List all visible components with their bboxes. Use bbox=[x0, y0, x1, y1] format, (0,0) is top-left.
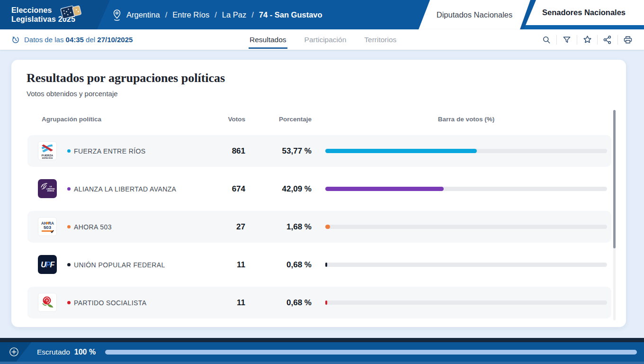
tab-senadores-nacionales[interactable]: Senadores Nacionales bbox=[524, 0, 644, 25]
divider bbox=[617, 35, 618, 45]
column-votos: Votos bbox=[198, 116, 245, 123]
column-agrupacion: Agrupación política bbox=[42, 116, 101, 123]
share-icon[interactable] bbox=[602, 34, 613, 46]
svg-text:503: 503 bbox=[44, 225, 51, 230]
party-name: AHORA 503 bbox=[74, 223, 112, 231]
party-logo: FUERZA ENTRE RÍOS bbox=[38, 141, 57, 160]
card-scrollbar-track[interactable] bbox=[613, 110, 616, 320]
party-logo bbox=[38, 293, 57, 312]
ballot-graphic-icon bbox=[58, 2, 85, 24]
divider bbox=[597, 35, 598, 45]
breadcrumb-separator: / bbox=[165, 10, 168, 19]
table-header: Agrupación política Votos Porcentaje Bar… bbox=[27, 116, 611, 125]
party-votes: 27 bbox=[198, 222, 245, 232]
party-color-bullet bbox=[67, 263, 71, 266]
results-rows: FUERZA ENTRE RÍOS FUERZA ENTRE RÍOS 861 … bbox=[27, 135, 611, 325]
vote-bar-fill bbox=[325, 300, 327, 305]
party-logo: LA LIBERTAD AVANZA bbox=[38, 179, 57, 198]
tab-resultados[interactable]: Resultados bbox=[250, 29, 286, 50]
data-time: 04:35 bbox=[66, 36, 84, 44]
vote-bar-fill bbox=[325, 225, 330, 229]
column-porcentaje: Porcentaje bbox=[255, 116, 312, 123]
escrutado-percent: 100 % bbox=[74, 348, 96, 356]
divider bbox=[577, 35, 577, 45]
tab-diputados-nacionales[interactable]: Diputados Nacionales bbox=[419, 0, 530, 29]
party-votes: 11 bbox=[198, 260, 245, 270]
view-tabs: Resultados Participación Territorios bbox=[250, 29, 396, 50]
party-color-bullet bbox=[67, 149, 71, 153]
header: Elecciones Legislativas 2025 bbox=[0, 0, 644, 29]
clock-refresh-icon bbox=[11, 36, 20, 44]
election-results-page: Elecciones Legislativas 2025 bbox=[0, 0, 644, 364]
vote-bar-fill bbox=[325, 187, 444, 191]
vote-bar-track bbox=[325, 149, 607, 153]
escrutado-label: Escrutado 100 % bbox=[37, 342, 96, 362]
svg-text:AVANZA: AVANZA bbox=[47, 190, 54, 192]
results-title: Resultados por agrupaciones políticas bbox=[27, 71, 225, 85]
footer-bottom-strip bbox=[0, 362, 644, 364]
party-votes: 11 bbox=[198, 298, 245, 308]
tab-territorios[interactable]: Territorios bbox=[364, 29, 396, 50]
party-name: UNIÓN POPULAR FEDERAL bbox=[74, 261, 165, 269]
print-icon[interactable] bbox=[622, 34, 634, 46]
breadcrumb-separator: / bbox=[251, 10, 254, 19]
data-timestamp: Datos de las 04:35 del 27/10/2025 bbox=[11, 29, 133, 50]
card-scrollbar-thumb[interactable] bbox=[613, 110, 616, 248]
expand-plus-icon[interactable] bbox=[9, 346, 19, 357]
results-subtitle: Votos obtenidos y porcentaje bbox=[27, 90, 118, 98]
search-icon[interactable] bbox=[541, 34, 552, 46]
escrutado-text: Escrutado bbox=[37, 348, 70, 356]
party-logo: UPF bbox=[38, 255, 57, 274]
svg-text:ENTRE RÍOS: ENTRE RÍOS bbox=[42, 157, 53, 159]
party-result-row[interactable]: AH RA 503 AHORA 503 27 1,68 % bbox=[27, 211, 611, 243]
svg-text:LIBERTAD: LIBERTAD bbox=[46, 188, 55, 190]
party-logo: AH RA 503 bbox=[38, 217, 57, 236]
column-barra: Barra de votos (%) bbox=[325, 116, 607, 123]
party-result-row[interactable]: UPF UNIÓN POPULAR FEDERAL 11 0,68 % bbox=[27, 249, 611, 281]
party-result-row[interactable]: LA LIBERTAD AVANZA ALIANZA LA LIBERTAD A… bbox=[27, 173, 611, 205]
filter-icon[interactable] bbox=[561, 34, 572, 46]
tab-senadores-active-indicator bbox=[524, 25, 644, 29]
party-percent: 1,68 % bbox=[255, 222, 312, 232]
vote-bar-track bbox=[325, 300, 607, 305]
results-card: Resultados por agrupaciones políticas Vo… bbox=[11, 60, 626, 327]
escrutado-progress-fill bbox=[105, 350, 637, 355]
party-result-row[interactable]: FUERZA ENTRE RÍOS FUERZA ENTRE RÍOS 861 … bbox=[27, 135, 611, 167]
vote-bar-fill bbox=[325, 149, 477, 153]
vote-bar-track bbox=[325, 187, 607, 191]
data-mid: del bbox=[86, 36, 95, 44]
vote-bar-track bbox=[325, 225, 607, 229]
breadcrumb-locality: 74 - San Gustavo bbox=[259, 10, 322, 19]
party-votes: 674 bbox=[198, 184, 245, 194]
party-name: ALIANZA LA LIBERTAD AVANZA bbox=[74, 185, 176, 193]
tab-participacion[interactable]: Participación bbox=[304, 29, 347, 50]
data-date: 27/10/2025 bbox=[97, 36, 133, 44]
party-color-bullet bbox=[67, 301, 71, 304]
toolbar: Datos de las 04:35 del 27/10/2025 Result… bbox=[0, 29, 644, 50]
party-votes: 861 bbox=[198, 146, 245, 156]
data-prefix: Datos de las bbox=[24, 36, 63, 44]
party-percent: 0,68 % bbox=[255, 298, 312, 308]
party-color-bullet bbox=[67, 225, 71, 228]
escrutado-progress-track bbox=[105, 350, 637, 355]
svg-text:LA: LA bbox=[50, 186, 52, 188]
breadcrumb: Argentina / Entre Ríos / La Paz / 74 - S… bbox=[112, 0, 322, 29]
vote-bar-fill bbox=[325, 263, 327, 267]
breadcrumb-province[interactable]: Entre Ríos bbox=[172, 10, 209, 19]
party-name: FUERZA ENTRE RÍOS bbox=[74, 147, 145, 155]
party-result-row[interactable]: PARTIDO SOCIALISTA 11 0,68 % bbox=[27, 287, 611, 318]
svg-text:UPF: UPF bbox=[41, 261, 55, 269]
location-pin-icon bbox=[112, 9, 122, 21]
party-name: PARTIDO SOCIALISTA bbox=[74, 299, 146, 307]
breadcrumb-separator: / bbox=[215, 10, 217, 19]
toolbar-actions bbox=[541, 29, 634, 50]
party-percent: 42,09 % bbox=[255, 184, 312, 194]
favorite-star-icon[interactable] bbox=[581, 34, 593, 46]
vote-bar-track bbox=[325, 263, 607, 267]
breadcrumb-country[interactable]: Argentina bbox=[126, 10, 160, 19]
party-percent: 53,77 % bbox=[255, 146, 312, 156]
svg-text:FUERZA: FUERZA bbox=[42, 154, 54, 157]
breadcrumb-department[interactable]: La Paz bbox=[222, 10, 246, 19]
party-percent: 0,68 % bbox=[255, 260, 312, 270]
logo-segment: Elecciones Legislativas 2025 bbox=[0, 0, 110, 29]
